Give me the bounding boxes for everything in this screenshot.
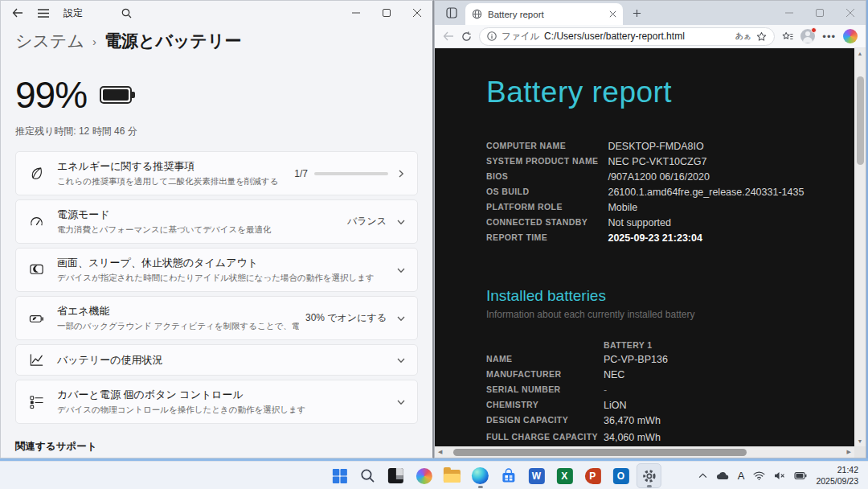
taskbar-excel-button[interactable]: X bbox=[552, 463, 577, 488]
card-screen-sleep-timeouts[interactable]: 画面、スリープ、休止状態のタイムアウト デバイスが指定された時間にわたりアイドル… bbox=[15, 248, 418, 292]
horizontal-scrollbar[interactable]: ◀ ▶ bbox=[435, 446, 854, 458]
gauge-icon bbox=[27, 214, 45, 229]
info-icon[interactable] bbox=[487, 31, 497, 41]
settings-window: 設定 システム › 電源とバッテリー 99% 推定残り時間: 12 時間 46 … bbox=[0, 0, 434, 458]
close-button[interactable] bbox=[835, 1, 866, 25]
edge-toolbar: ファイル C:/Users/user/battery-report.html あ… bbox=[435, 25, 866, 48]
read-aloud-icon[interactable]: あぁ bbox=[735, 31, 751, 42]
card-title: バッテリーの使用状況 bbox=[57, 353, 396, 368]
more-menu-icon[interactable]: ••• bbox=[822, 31, 836, 43]
chevron-down-icon[interactable] bbox=[396, 355, 406, 365]
card-battery-usage[interactable]: バッテリーの使用状況 bbox=[15, 344, 418, 376]
tab-close-icon[interactable] bbox=[609, 10, 616, 18]
system-tray: A 21:42 2025/09/23 bbox=[698, 462, 868, 489]
chevron-down-icon[interactable] bbox=[396, 217, 406, 227]
horizontal-scroll-thumb[interactable] bbox=[453, 449, 747, 456]
tray-chevron-up-icon[interactable] bbox=[698, 473, 707, 479]
search-icon bbox=[360, 468, 375, 483]
taskbar-copilot-button[interactable] bbox=[411, 463, 436, 488]
vertical-scroll-thumb[interactable] bbox=[857, 76, 864, 165]
new-tab-button[interactable] bbox=[626, 2, 647, 23]
card-subtitle: 一部のバックグラウンド アクティビティを制限することで、電力消費を削減し、バッテ… bbox=[57, 321, 299, 332]
table-row: DESIGN CAPACITY36,470 mWh bbox=[486, 413, 668, 428]
taskbar-word-button[interactable]: W bbox=[524, 463, 549, 488]
maximize-button[interactable] bbox=[805, 1, 835, 25]
url-scheme-label: ファイル bbox=[502, 31, 539, 43]
card-subtitle: デバイスの物理コントロールを操作したときの動作を選択します bbox=[57, 405, 396, 416]
scrollbar-corner bbox=[854, 446, 866, 458]
card-energy-saver[interactable]: 省エネ機能 一部のバックグラウンド アクティビティを制限することで、電力消費を削… bbox=[15, 296, 418, 340]
browser-tab[interactable]: Battery report bbox=[465, 3, 623, 25]
volume-muted-icon[interactable] bbox=[774, 471, 785, 480]
taskbar-file-explorer-button[interactable] bbox=[440, 463, 465, 488]
address-bar[interactable]: ファイル C:/Users/user/battery-report.html あ… bbox=[479, 27, 775, 46]
scroll-right-arrow-icon[interactable]: ▶ bbox=[847, 449, 851, 455]
favorites-bar-icon[interactable] bbox=[782, 31, 793, 42]
wifi-icon[interactable] bbox=[753, 471, 765, 480]
chart-icon bbox=[27, 352, 45, 368]
taskbar: W X P O A 21:42 bbox=[0, 461, 868, 489]
maximize-button[interactable] bbox=[371, 1, 402, 25]
back-icon[interactable] bbox=[12, 8, 23, 18]
table-row: SYSTEM PRODUCT NAMENEC PC-VKT10CZG7 bbox=[486, 154, 804, 169]
battery-info-table: BATTERY 1 NAMEPC-VP-BP136 MANUFACTURERNE… bbox=[486, 338, 668, 446]
battery-report-page: Battery report COMPUTER NAMEDESKTOP-FMDA… bbox=[435, 48, 854, 446]
tab-actions-icon[interactable] bbox=[441, 2, 462, 23]
breadcrumb-system[interactable]: システム bbox=[15, 30, 84, 52]
table-row: NAMEPC-VP-BP136 bbox=[486, 351, 668, 367]
scroll-up-arrow-icon[interactable]: ▲ bbox=[858, 48, 863, 59]
page-title: 電源とバッテリー bbox=[104, 30, 241, 52]
minimize-button[interactable] bbox=[341, 1, 371, 25]
card-energy-recommendations[interactable]: エネルギーに関する推奨事項 これらの推奨事項を適用して二酸化炭素排出量を削減する… bbox=[15, 151, 418, 195]
hamburger-menu-icon[interactable] bbox=[38, 9, 49, 18]
search-icon[interactable] bbox=[121, 8, 132, 18]
taskbar-outlook-button[interactable]: O bbox=[608, 463, 633, 488]
ime-indicator[interactable]: A bbox=[738, 470, 745, 482]
chevron-down-icon[interactable] bbox=[396, 314, 406, 323]
card-title: カバーと電源 個のボタン コントロール bbox=[57, 388, 396, 402]
taskbar-dark-app-button[interactable] bbox=[383, 463, 408, 488]
vertical-scrollbar[interactable]: ▲ ▼ bbox=[854, 48, 866, 446]
battery-leaf-icon bbox=[27, 310, 45, 326]
settings-caption-buttons bbox=[341, 1, 432, 25]
battery-icon bbox=[100, 86, 132, 104]
url-text[interactable]: C:/Users/user/battery-report.html bbox=[544, 31, 731, 42]
scroll-down-arrow-icon[interactable]: ▼ bbox=[858, 436, 863, 446]
settings-app-label: 設定 bbox=[63, 6, 83, 20]
windows-logo-icon bbox=[331, 468, 347, 484]
scroll-left-arrow-icon[interactable]: ◀ bbox=[438, 449, 442, 455]
taskbar-powerpoint-button[interactable]: P bbox=[580, 463, 605, 488]
clock-time: 21:42 bbox=[816, 465, 858, 476]
copilot-icon[interactable] bbox=[843, 29, 858, 43]
start-button[interactable] bbox=[327, 463, 352, 488]
installed-batteries-subheading: Information about each currently install… bbox=[486, 309, 854, 320]
report-title: Battery report bbox=[486, 76, 854, 109]
favorite-star-icon[interactable] bbox=[756, 31, 767, 42]
taskbar-search-button[interactable] bbox=[355, 463, 380, 488]
card-power-mode[interactable]: 電源モード 電力消費とパフォーマンスに基づいてデバイスを最適化 バランス bbox=[15, 199, 418, 244]
powerpoint-icon: P bbox=[584, 468, 600, 484]
card-title: 画面、スリープ、休止状態のタイムアウト bbox=[57, 256, 396, 270]
chevron-right-icon[interactable] bbox=[396, 169, 406, 179]
word-icon: W bbox=[528, 468, 544, 484]
taskbar-settings-button[interactable] bbox=[637, 463, 661, 488]
excel-icon: X bbox=[556, 468, 572, 484]
profile-avatar[interactable] bbox=[800, 29, 815, 43]
settings-titlebar: 設定 bbox=[1, 1, 432, 25]
minimize-button[interactable] bbox=[774, 1, 805, 25]
card-title: 省エネ機能 bbox=[57, 304, 299, 318]
chevron-down-icon[interactable] bbox=[396, 265, 406, 275]
refresh-icon[interactable] bbox=[461, 31, 472, 42]
chevron-down-icon[interactable] bbox=[396, 397, 406, 407]
running-indicator bbox=[477, 486, 482, 488]
tray-battery-icon[interactable] bbox=[794, 472, 807, 479]
taskbar-edge-button[interactable] bbox=[468, 463, 493, 488]
installed-batteries-heading: Installed batteries bbox=[486, 287, 854, 305]
taskbar-store-button[interactable] bbox=[496, 463, 521, 488]
browser-back-icon[interactable] bbox=[443, 31, 454, 41]
onedrive-cloud-icon[interactable] bbox=[716, 471, 729, 480]
card-lid-power-button-controls[interactable]: カバーと電源 個のボタン コントロール デバイスの物理コントロールを操作したとき… bbox=[15, 380, 418, 424]
close-button[interactable] bbox=[402, 1, 432, 25]
clock[interactable]: 21:42 2025/09/23 bbox=[816, 465, 858, 487]
edge-caption-buttons bbox=[774, 1, 866, 25]
